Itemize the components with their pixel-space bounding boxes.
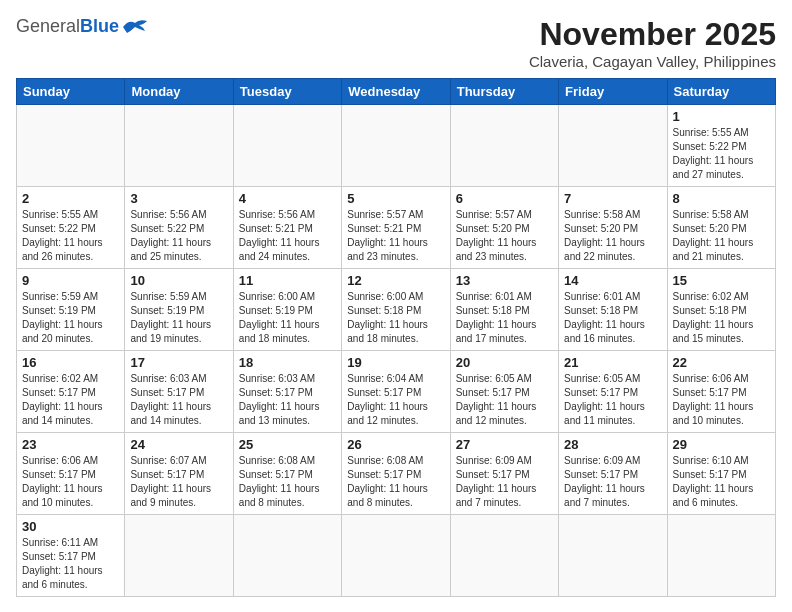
day-3: 3 Sunrise: 5:56 AMSunset: 5:22 PMDayligh… (125, 187, 233, 269)
day-number-8: 8 (673, 191, 770, 206)
day-6: 6 Sunrise: 5:57 AMSunset: 5:20 PMDayligh… (450, 187, 558, 269)
calendar-row-3: 9 Sunrise: 5:59 AMSunset: 5:19 PMDayligh… (17, 269, 776, 351)
day-9: 9 Sunrise: 5:59 AMSunset: 5:19 PMDayligh… (17, 269, 125, 351)
day-4: 4 Sunrise: 5:56 AMSunset: 5:21 PMDayligh… (233, 187, 341, 269)
day-number-4: 4 (239, 191, 336, 206)
day-30: 30 Sunrise: 6:11 AMSunset: 5:17 PMDaylig… (17, 515, 125, 597)
header-thursday: Thursday (450, 79, 558, 105)
day-27: 27 Sunrise: 6:09 AMSunset: 5:17 PMDaylig… (450, 433, 558, 515)
day-2: 2 Sunrise: 5:55 AMSunset: 5:22 PMDayligh… (17, 187, 125, 269)
day-number-26: 26 (347, 437, 444, 452)
day-5: 5 Sunrise: 5:57 AMSunset: 5:21 PMDayligh… (342, 187, 450, 269)
empty-cell (450, 105, 558, 187)
header-wednesday: Wednesday (342, 79, 450, 105)
day-number-17: 17 (130, 355, 227, 370)
day-number-29: 29 (673, 437, 770, 452)
calendar-row-5: 23 Sunrise: 6:06 AMSunset: 5:17 PMDaylig… (17, 433, 776, 515)
day-number-3: 3 (130, 191, 227, 206)
day-28: 28 Sunrise: 6:09 AMSunset: 5:17 PMDaylig… (559, 433, 667, 515)
empty-cell (233, 105, 341, 187)
day-number-28: 28 (564, 437, 661, 452)
day-number-24: 24 (130, 437, 227, 452)
day-11: 11 Sunrise: 6:00 AMSunset: 5:19 PMDaylig… (233, 269, 341, 351)
header-saturday: Saturday (667, 79, 775, 105)
empty-cell (17, 105, 125, 187)
empty-cell (125, 515, 233, 597)
day-number-7: 7 (564, 191, 661, 206)
day-number-21: 21 (564, 355, 661, 370)
day-number-14: 14 (564, 273, 661, 288)
calendar-row-6: 30 Sunrise: 6:11 AMSunset: 5:17 PMDaylig… (17, 515, 776, 597)
day-25: 25 Sunrise: 6:08 AMSunset: 5:17 PMDaylig… (233, 433, 341, 515)
day-number-23: 23 (22, 437, 119, 452)
header-monday: Monday (125, 79, 233, 105)
empty-cell (233, 515, 341, 597)
header-friday: Friday (559, 79, 667, 105)
empty-cell (125, 105, 233, 187)
day-number-1: 1 (673, 109, 770, 124)
day-number-19: 19 (347, 355, 444, 370)
empty-cell (342, 105, 450, 187)
logo-bird-icon (121, 17, 149, 37)
day-number-22: 22 (673, 355, 770, 370)
empty-cell (450, 515, 558, 597)
day-number-13: 13 (456, 273, 553, 288)
day-20: 20 Sunrise: 6:05 AMSunset: 5:17 PMDaylig… (450, 351, 558, 433)
day-number-10: 10 (130, 273, 227, 288)
calendar-row-4: 16 Sunrise: 6:02 AMSunset: 5:17 PMDaylig… (17, 351, 776, 433)
day-number-25: 25 (239, 437, 336, 452)
day-21: 21 Sunrise: 6:05 AMSunset: 5:17 PMDaylig… (559, 351, 667, 433)
day-26: 26 Sunrise: 6:08 AMSunset: 5:17 PMDaylig… (342, 433, 450, 515)
day-13: 13 Sunrise: 6:01 AMSunset: 5:18 PMDaylig… (450, 269, 558, 351)
day-1: 1 Sunrise: 5:55 AM Sunset: 5:22 PM Dayli… (667, 105, 775, 187)
header-sunday: Sunday (17, 79, 125, 105)
day-number-5: 5 (347, 191, 444, 206)
day-7: 7 Sunrise: 5:58 AMSunset: 5:20 PMDayligh… (559, 187, 667, 269)
day-16: 16 Sunrise: 6:02 AMSunset: 5:17 PMDaylig… (17, 351, 125, 433)
calendar-table: Sunday Monday Tuesday Wednesday Thursday… (16, 78, 776, 597)
day-29: 29 Sunrise: 6:10 AMSunset: 5:17 PMDaylig… (667, 433, 775, 515)
empty-cell (559, 105, 667, 187)
day-10: 10 Sunrise: 5:59 AMSunset: 5:19 PMDaylig… (125, 269, 233, 351)
empty-cell (667, 515, 775, 597)
day-info-1: Sunrise: 5:55 AM Sunset: 5:22 PM Dayligh… (673, 126, 770, 182)
day-17: 17 Sunrise: 6:03 AMSunset: 5:17 PMDaylig… (125, 351, 233, 433)
location-subtitle: Claveria, Cagayan Valley, Philippines (529, 53, 776, 70)
logo-blue-text: Blue (80, 16, 119, 37)
empty-cell (559, 515, 667, 597)
logo: General Blue (16, 16, 149, 37)
day-number-11: 11 (239, 273, 336, 288)
day-number-27: 27 (456, 437, 553, 452)
day-15: 15 Sunrise: 6:02 AMSunset: 5:18 PMDaylig… (667, 269, 775, 351)
logo-general-text: General (16, 16, 80, 37)
calendar-row-1: 1 Sunrise: 5:55 AM Sunset: 5:22 PM Dayli… (17, 105, 776, 187)
day-18: 18 Sunrise: 6:03 AMSunset: 5:17 PMDaylig… (233, 351, 341, 433)
day-19: 19 Sunrise: 6:04 AMSunset: 5:17 PMDaylig… (342, 351, 450, 433)
title-section: November 2025 Claveria, Cagayan Valley, … (529, 16, 776, 70)
day-number-9: 9 (22, 273, 119, 288)
day-22: 22 Sunrise: 6:06 AMSunset: 5:17 PMDaylig… (667, 351, 775, 433)
day-number-15: 15 (673, 273, 770, 288)
day-number-6: 6 (456, 191, 553, 206)
header-tuesday: Tuesday (233, 79, 341, 105)
day-number-16: 16 (22, 355, 119, 370)
day-24: 24 Sunrise: 6:07 AMSunset: 5:17 PMDaylig… (125, 433, 233, 515)
month-title: November 2025 (529, 16, 776, 53)
day-8: 8 Sunrise: 5:58 AMSunset: 5:20 PMDayligh… (667, 187, 775, 269)
page-header: General Blue November 2025 Claveria, Cag… (16, 16, 776, 70)
day-number-30: 30 (22, 519, 119, 534)
weekday-header-row: Sunday Monday Tuesday Wednesday Thursday… (17, 79, 776, 105)
day-number-2: 2 (22, 191, 119, 206)
calendar-row-2: 2 Sunrise: 5:55 AMSunset: 5:22 PMDayligh… (17, 187, 776, 269)
day-number-20: 20 (456, 355, 553, 370)
day-14: 14 Sunrise: 6:01 AMSunset: 5:18 PMDaylig… (559, 269, 667, 351)
day-23: 23 Sunrise: 6:06 AMSunset: 5:17 PMDaylig… (17, 433, 125, 515)
empty-cell (342, 515, 450, 597)
day-number-12: 12 (347, 273, 444, 288)
day-12: 12 Sunrise: 6:00 AMSunset: 5:18 PMDaylig… (342, 269, 450, 351)
day-number-18: 18 (239, 355, 336, 370)
